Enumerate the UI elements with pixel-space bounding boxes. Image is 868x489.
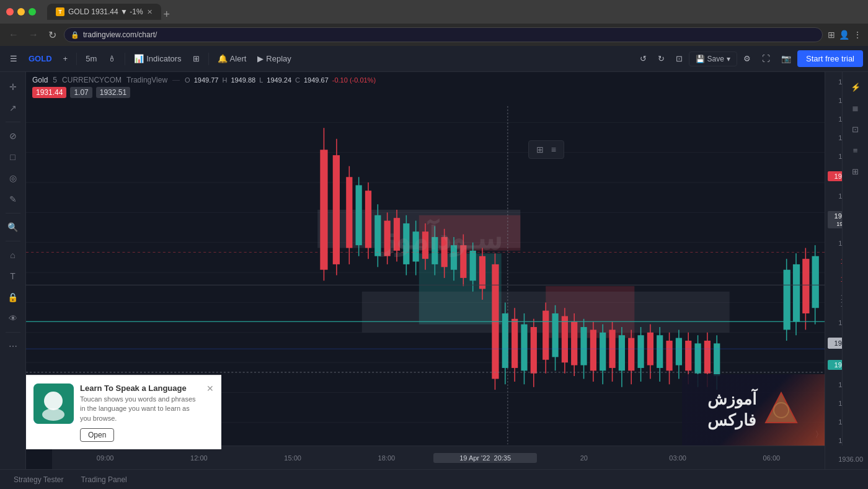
main-layout: ✛ ↗ ⊘ □ ◎ ✎ 🔍 ⌂ T 🔒 👁 ⋯ Gold 5 CU: [0, 72, 868, 469]
hamburger-icon: ☰: [10, 54, 17, 63]
extensions-icon[interactable]: ⊞: [828, 30, 835, 40]
widget-grid-icon[interactable]: ⊞: [534, 143, 546, 156]
alert-button[interactable]: 🔔 Alert: [213, 52, 252, 66]
replay-button[interactable]: ▶ Replay: [252, 52, 296, 66]
active-tab[interactable]: T GOLD 1931.44 ▼ -1% ✕: [47, 4, 161, 20]
lock-icon: 🔒: [7, 292, 18, 302]
chart-area[interactable]: Gold 5 CURRENCYCOM TradingView — O 1949.…: [26, 72, 868, 469]
arrow-tool[interactable]: ↗: [3, 98, 23, 118]
text-tool[interactable]: T: [3, 266, 23, 286]
ad-close-button[interactable]: ✕: [206, 384, 214, 393]
line-tool[interactable]: ⊘: [3, 126, 23, 146]
lock-drawings[interactable]: 🔒: [3, 287, 23, 307]
add-symbol-button[interactable]: +: [58, 52, 73, 66]
svg-rect-32: [422, 231, 428, 259]
close-traffic-light[interactable]: [6, 8, 14, 16]
forward-button[interactable]: →: [26, 28, 41, 42]
symbol-name: Gold: [32, 76, 48, 84]
redo-icon: ↻: [658, 54, 665, 63]
redo-button[interactable]: ↻: [653, 52, 670, 66]
cursor-tool[interactable]: ✛: [3, 77, 23, 97]
timeframe-button[interactable]: 5m: [81, 52, 102, 66]
ticker-button[interactable]: GOLD: [24, 52, 57, 66]
indicators-button[interactable]: 📊 Indicators: [129, 52, 186, 66]
pencil-tool[interactable]: ✎: [3, 189, 23, 209]
zoom-tool[interactable]: 🔍: [3, 217, 23, 237]
profile-icon[interactable]: 👤: [839, 30, 849, 40]
refresh-button[interactable]: ↻: [46, 28, 59, 42]
right-watchlist[interactable]: ≣: [846, 98, 866, 118]
timeframe-label: 5m: [86, 54, 97, 63]
top-toolbar: ☰ GOLD + 5m 🕯 📊 Indicators ⊞ 🔔 Alert ▶: [0, 46, 868, 72]
address-bar[interactable]: 🔒 tradingview.com/chart/: [64, 27, 823, 42]
svg-rect-42: [470, 251, 476, 280]
widget-settings-icon[interactable]: ≡: [549, 143, 559, 156]
chart-widget: ⊞ ≡: [528, 140, 564, 159]
lock-icon: 🔒: [71, 31, 79, 39]
svg-rect-44: [479, 256, 485, 289]
svg-rect-58: [552, 313, 558, 357]
layout-button[interactable]: ⊡: [671, 52, 688, 66]
plus-icon: +: [63, 54, 68, 63]
right-datawindow[interactable]: ⊡: [846, 119, 866, 139]
chart-settings-button[interactable]: ⚙: [738, 52, 756, 66]
candlestick-icon: 🕯: [108, 54, 116, 63]
left-separator-1: [6, 122, 20, 122]
trading-panel-tab[interactable]: Trading Panel: [73, 473, 134, 487]
more-tools[interactable]: ⋯: [3, 336, 23, 356]
eye-tool[interactable]: 👁: [3, 308, 23, 328]
shape-tool[interactable]: □: [3, 147, 23, 167]
fullscreen-traffic-light[interactable]: [29, 8, 36, 16]
compare-button[interactable]: ⊞: [188, 52, 205, 66]
cursor-icon: ✛: [9, 82, 17, 92]
fullscreen-icon: ⛶: [762, 54, 770, 63]
left-separator-2: [6, 213, 20, 213]
url-text: tradingview.com/chart/: [83, 30, 157, 39]
ohlc-data: O 1949.77 H 1949.88 L 1949.24 C 1949.67 …: [185, 76, 376, 84]
traffic-lights: [6, 8, 36, 16]
time-0600: 06:00: [725, 454, 818, 462]
save-button[interactable]: 💾 Save ▾: [689, 52, 737, 66]
svg-rect-12: [320, 150, 327, 269]
price-badges: 1931.44 1.07 1932.51: [32, 87, 818, 98]
svg-rect-72: [619, 335, 625, 370]
settings-browser-icon[interactable]: ⋮: [853, 30, 862, 40]
svg-rect-14: [333, 155, 340, 264]
new-tab-button[interactable]: +: [164, 9, 170, 20]
svg-rect-26: [394, 218, 400, 251]
tab-close-btn[interactable]: ✕: [147, 8, 153, 16]
undo-button[interactable]: ↺: [635, 52, 652, 66]
minimize-traffic-light[interactable]: [17, 8, 25, 16]
left-separator-4: [6, 332, 20, 333]
right-calendar[interactable]: ≡: [846, 140, 866, 160]
brand-decoration: [763, 392, 800, 429]
measure-tool[interactable]: ⌂: [3, 245, 23, 265]
svg-rect-56: [542, 311, 549, 360]
brand-watermark: آموزش فارکس: [682, 374, 825, 446]
svg-rect-54: [531, 327, 537, 374]
back-button[interactable]: ←: [6, 28, 21, 42]
zoom-icon: 🔍: [7, 222, 18, 232]
strategy-tester-tab[interactable]: Strategy Tester: [6, 473, 71, 487]
ad-popup: Learn To Speak a Language Toucan shows y…: [26, 375, 221, 449]
brand-line2: فارکس: [707, 410, 756, 431]
menu-button[interactable]: ☰: [5, 52, 22, 66]
time-0900: 09:00: [58, 454, 152, 462]
fullscreen-button[interactable]: ⛶: [757, 52, 775, 66]
right-ideas[interactable]: ⊞: [846, 161, 866, 181]
measure-icon: ⌂: [10, 250, 15, 260]
price-1936: 1936.00: [828, 455, 866, 463]
free-trial-button[interactable]: Start free trial: [797, 50, 863, 67]
svg-point-104: [44, 392, 63, 410]
arrow-icon: ↗: [9, 103, 17, 113]
ellipse-tool[interactable]: ◎: [3, 168, 23, 188]
right-alerts[interactable]: ⚡: [846, 77, 866, 97]
snapshot-button[interactable]: 📷: [776, 52, 796, 66]
svg-rect-86: [685, 341, 691, 370]
chart-type-button[interactable]: 🕯: [103, 52, 121, 66]
high-value: 1949.88: [231, 76, 255, 84]
ad-open-button[interactable]: Open: [80, 428, 114, 442]
svg-rect-74: [628, 338, 634, 371]
svg-rect-18: [356, 185, 362, 245]
svg-rect-62: [571, 321, 577, 365]
